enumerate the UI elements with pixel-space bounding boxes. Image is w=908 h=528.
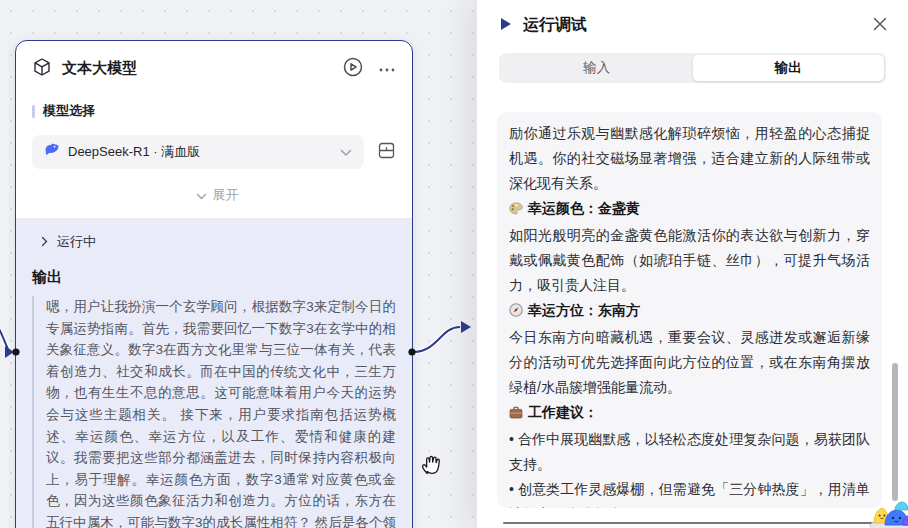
output-paragraph: 今日东南方向暗藏机遇，重要会议、灵感迸发或邂逅新缘分的活动可优先选择面向此方位的… (509, 325, 870, 400)
running-status-toggle[interactable]: 运行中 (32, 229, 396, 255)
expand-label: 展开 (213, 186, 239, 204)
config-icon (377, 141, 396, 163)
llm-node-card[interactable]: 文本大模型 模型选择 (15, 40, 413, 528)
wire-arrowhead (461, 321, 471, 333)
chevron-down-icon (340, 143, 352, 161)
more-menu-button[interactable] (378, 61, 396, 76)
node-header: 文本大模型 (16, 41, 412, 81)
assistant-mascot-button[interactable] (865, 489, 908, 528)
output-bullet: • 创意类工作灵感爆棚，但需避免「三分钟热度」，用清单法将点子分阶段执行。 (509, 477, 870, 508)
node-title: 文本大模型 (62, 59, 342, 78)
output-paragraph: 如阳光般明亮的金盏黄色能激活你的表达欲与创新力，穿戴或佩戴黄色配饰（如琥珀手链、… (509, 223, 870, 298)
output-heading-work-advice: 工作建议： (509, 400, 870, 427)
label-accent-bar (32, 105, 35, 118)
tab-output[interactable]: 输出 (693, 55, 885, 81)
output-heading-lucky-direction: 幸运方位：东南方 (509, 298, 870, 325)
cube-icon (32, 57, 52, 81)
vertical-scrollbar[interactable] (892, 363, 898, 501)
play-circle-icon (342, 56, 364, 81)
deepseek-whale-icon (44, 142, 60, 162)
close-icon (872, 16, 888, 35)
debug-output-content: 励你通过乐观与幽默感化解琐碎烦恼，用轻盈的心态捕捉机遇。你的社交磁场显著增强，适… (497, 112, 882, 508)
run-debug-panel: 运行调试 输入 输出 励你通过乐观与幽默感化解琐碎烦恼，用轻盈的心态捕捉机遇。你… (476, 0, 908, 528)
ellipsis-icon (378, 61, 396, 76)
node-run-section: 运行中 输出 嗯，用户让我扮演一个玄学顾问，根据数字3来定制今日的专属运势指南。… (16, 218, 412, 528)
bottom-panel-divider (503, 522, 892, 524)
node-output-text: 嗯，用户让我扮演一个玄学顾问，根据数字3来定制今日的专属运势指南。首先，我需要回… (32, 296, 396, 528)
model-select-value: DeepSeek-R1 · 满血版 (68, 143, 200, 161)
chevron-down-icon (196, 188, 207, 203)
play-triangle-icon (500, 17, 512, 35)
briefcase-icon (509, 402, 523, 427)
compass-icon (509, 300, 523, 325)
model-config-button[interactable] (377, 141, 396, 163)
output-paragraph: 励你通过乐观与幽默感化解琐碎烦恼，用轻盈的心态捕捉机遇。你的社交磁场显著增强，适… (509, 121, 870, 196)
model-select-label-row: 模型选择 (32, 102, 396, 120)
output-bullet: • 合作中展现幽默感，以轻松态度处理复杂问题，易获团队支持。 (509, 427, 870, 477)
node-output-title: 输出 (32, 268, 396, 287)
model-select-label: 模型选择 (43, 102, 95, 120)
chevron-right-icon (41, 235, 48, 250)
close-button[interactable] (872, 16, 888, 35)
debug-panel-title: 运行调试 (523, 15, 872, 36)
model-select-dropdown[interactable]: DeepSeek-R1 · 满血版 (32, 135, 364, 169)
expand-toggle[interactable]: 展开 (16, 186, 412, 204)
io-tab-switcher: 输入 输出 (499, 53, 886, 83)
palette-icon (509, 198, 523, 223)
output-heading-lucky-color: 幸运颜色：金盏黄 (509, 196, 870, 223)
wire-arrowhead (5, 346, 14, 358)
run-node-button[interactable] (342, 56, 364, 81)
tab-input[interactable]: 输入 (501, 55, 693, 81)
hand-cursor (420, 451, 443, 480)
running-status-label: 运行中 (57, 233, 96, 251)
